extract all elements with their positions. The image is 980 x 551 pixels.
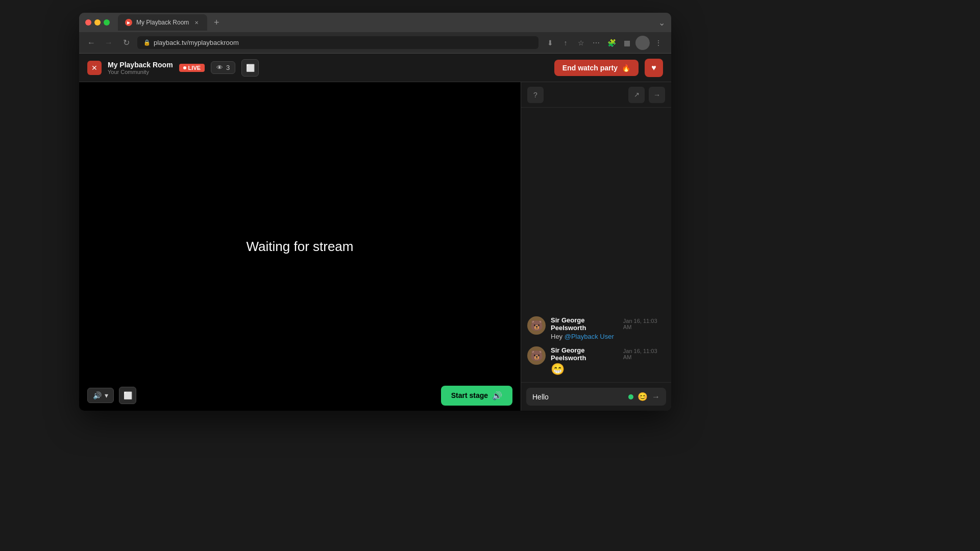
main-content: Waiting for stream 🔊 ▾ ⬜ Start stage 🔊 — [79, 82, 671, 411]
external-link-button[interactable]: ↗ — [628, 87, 645, 103]
chat-top-actions: ? ↗ → — [521, 82, 671, 108]
message-header: Sir George Peelsworth Jan 16, 11:03 AM — [551, 316, 665, 332]
url-text: playback.tv/myplaybackroom — [154, 39, 239, 46]
end-watch-party-button[interactable]: End watch party 🔥 — [554, 60, 639, 76]
volume-icon: 🔊 — [93, 391, 102, 399]
menu-button[interactable]: ⋮ — [652, 36, 665, 49]
viewers-count: 3 — [226, 64, 230, 71]
message-content: Sir George Peelsworth Jan 16, 11:03 AM 😁 — [551, 346, 665, 376]
question-button[interactable]: ? — [527, 87, 544, 103]
message-mention: @Playback User — [565, 333, 614, 340]
lock-icon: 🔒 — [143, 39, 151, 46]
window-controls: ⌄ — [658, 18, 665, 28]
close-window-button[interactable] — [85, 19, 91, 26]
forward-button[interactable]: → — [103, 37, 115, 49]
viewers-badge: 👁 3 — [211, 61, 235, 74]
video-controls: 🔊 ▾ ⬜ Start stage 🔊 — [79, 380, 521, 411]
chat-message: 🐻 Sir George Peelsworth Jan 16, 11:03 AM… — [527, 346, 665, 376]
tab-bar: ▶ My Playback Room ✕ + — [118, 14, 654, 31]
bookmark-button[interactable]: ☆ — [574, 36, 587, 49]
emoji-button[interactable]: 😊 — [638, 392, 648, 402]
message-text-plain: Hey — [551, 333, 565, 340]
message-username: Sir George Peelsworth — [551, 346, 619, 362]
chat-input-area: 😊 → — [521, 382, 671, 411]
live-badge: LIVE — [179, 64, 205, 72]
room-info: My Playback Room Your Community — [108, 61, 173, 75]
sound-wave-icon: 🔊 — [492, 391, 502, 400]
heart-button[interactable]: ♥ — [645, 59, 663, 77]
screen-button[interactable]: ⬜ — [119, 387, 136, 404]
chat-icon-button[interactable]: ⬜ — [241, 59, 259, 77]
app-header: ✕ My Playback Room Your Community LIVE 👁… — [79, 54, 671, 82]
online-indicator — [628, 394, 633, 399]
collapse-button[interactable]: → — [649, 87, 665, 103]
back-button[interactable]: ← — [85, 37, 97, 49]
room-community: Your Community — [108, 69, 173, 75]
url-bar[interactable]: 🔒 playback.tv/myplaybackroom — [137, 36, 538, 49]
download-button[interactable]: ⬇ — [544, 36, 557, 49]
tab-favicon: ▶ — [125, 19, 132, 26]
maximize-window-button[interactable] — [104, 19, 110, 26]
end-party-label: End watch party — [562, 64, 618, 72]
new-tab-button[interactable]: + — [209, 15, 224, 30]
message-time: Jan 16, 11:03 AM — [623, 318, 665, 330]
chat-panel: ? ↗ → 🐻 Sir Geor — [521, 82, 671, 411]
profile-button[interactable] — [635, 36, 650, 50]
browser-window: ▶ My Playback Room ✕ + ⌄ ← → ↻ 🔒 playbac… — [79, 13, 671, 411]
title-bar: ▶ My Playback Room ✕ + ⌄ — [79, 13, 671, 32]
minimize-window-button[interactable] — [94, 19, 101, 26]
video-area: Waiting for stream 🔊 ▾ ⬜ Start stage 🔊 — [79, 82, 521, 411]
chat-message: 🐻 Sir George Peelsworth Jan 16, 11:03 AM… — [527, 316, 665, 340]
avatar: 🐻 — [527, 316, 546, 335]
chat-input[interactable] — [532, 393, 624, 401]
chevron-down-icon: ▾ — [105, 391, 108, 399]
avatar: 🐻 — [527, 346, 546, 365]
tab-close-button[interactable]: ✕ — [193, 19, 200, 26]
heart-icon: ♥ — [651, 63, 656, 72]
screen-icon: ⬜ — [124, 391, 132, 399]
room-name: My Playback Room — [108, 61, 173, 69]
message-emoji: 😁 — [551, 363, 665, 376]
address-bar: ← → ↻ 🔒 playback.tv/myplaybackroom ⬇ ↑ ☆… — [79, 32, 671, 54]
eye-icon: 👁 — [216, 64, 223, 71]
extensions-button[interactable]: 🧩 — [605, 36, 618, 49]
start-stage-label: Start stage — [451, 391, 488, 399]
message-username: Sir George Peelsworth — [551, 316, 619, 332]
message-text: Hey @Playback User — [551, 333, 665, 340]
question-icon: ? — [533, 91, 537, 99]
message-header: Sir George Peelsworth Jan 16, 11:03 AM — [551, 346, 665, 362]
waiting-text: Waiting for stream — [247, 239, 354, 255]
refresh-button[interactable]: ↻ — [120, 37, 132, 49]
fire-icon: 🔥 — [622, 64, 630, 72]
message-time: Jan 16, 11:03 AM — [623, 348, 665, 360]
more-tools-button[interactable]: ⋯ — [590, 36, 603, 49]
sidebar-button[interactable]: ▦ — [620, 36, 633, 49]
volume-button[interactable]: 🔊 ▾ — [87, 388, 114, 403]
active-tab[interactable]: ▶ My Playback Room ✕ — [118, 14, 207, 31]
browser-actions: ⬇ ↑ ☆ ⋯ 🧩 ▦ ⋮ — [544, 36, 665, 50]
header-close-button[interactable]: ✕ — [87, 61, 102, 75]
share-button[interactable]: ↑ — [559, 36, 572, 49]
arrow-right-icon: → — [653, 91, 660, 99]
chat-messages: 🐻 Sir George Peelsworth Jan 16, 11:03 AM… — [521, 108, 671, 382]
chat-input-wrapper: 😊 → — [526, 388, 666, 406]
message-content: Sir George Peelsworth Jan 16, 11:03 AM H… — [551, 316, 665, 340]
send-button[interactable]: → — [652, 392, 660, 402]
live-label: LIVE — [188, 65, 201, 71]
traffic-lights — [85, 19, 110, 26]
tab-title: My Playback Room — [136, 19, 189, 26]
live-dot — [183, 66, 186, 69]
external-link-icon: ↗ — [634, 91, 640, 98]
start-stage-button[interactable]: Start stage 🔊 — [441, 386, 512, 406]
